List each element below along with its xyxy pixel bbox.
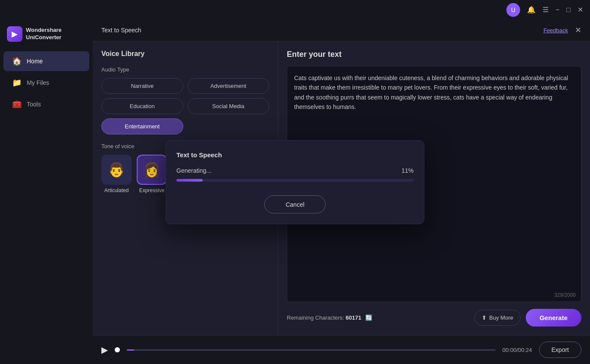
sidebar-item-home-label: Home — [27, 58, 43, 65]
progress-track[interactable] — [127, 349, 496, 351]
files-icon: 📁 — [12, 78, 22, 87]
buy-more-label: Buy More — [489, 314, 513, 321]
tone-expressive[interactable]: 👩 Expressive — [137, 155, 167, 193]
char-count: 329/2000 — [554, 292, 576, 298]
tone-expressive-avatar: 👩 — [137, 155, 167, 185]
articulated-avatar-face: 👨 — [102, 156, 131, 184]
progress-dot[interactable] — [115, 347, 120, 352]
home-icon: 🏠 — [12, 56, 22, 66]
sidebar-item-home[interactable]: 🏠 Home — [3, 51, 89, 71]
title-bar-controls: U 🔔 ☰ − □ ✕ — [506, 3, 583, 17]
notification-icon[interactable]: 🔔 — [527, 6, 536, 14]
player-bar: ▶ 00:00/00:24 Export — [93, 335, 590, 364]
feedback-link[interactable]: Feedback — [543, 27, 568, 34]
sidebar: ▶ Wondershare UniConverter 🏠 Home 📁 My F… — [0, 19, 93, 364]
sidebar-item-myfiles-label: My Files — [27, 79, 49, 86]
cancel-button[interactable]: Cancel — [264, 195, 326, 213]
generating-percentage: 11% — [402, 167, 414, 174]
tts-header-right: Feedback ✕ — [543, 25, 581, 35]
audio-type-education[interactable]: Education — [101, 98, 183, 114]
text-actions: Remaining Characters: 60171 🔄 ⬆ Buy More… — [287, 309, 581, 327]
tone-articulated-avatar: 👨 — [101, 155, 132, 185]
tone-articulated-label: Articulated — [104, 187, 129, 193]
close-window-button[interactable]: ✕ — [577, 6, 583, 14]
generating-text: Generating... — [176, 167, 211, 174]
generate-button[interactable]: Generate — [526, 309, 581, 327]
generating-popup: Text to Speech Generating... 11% Cancel — [166, 140, 424, 224]
tone-articulated[interactable]: 👨 Articulated — [101, 155, 132, 193]
maximize-button[interactable]: □ — [566, 6, 571, 14]
refresh-icon[interactable]: 🔄 — [365, 314, 372, 321]
progress-fill — [127, 349, 134, 351]
audio-type-label: Audio Type — [101, 66, 269, 73]
audio-type-entertainment[interactable]: Entertainment — [101, 118, 183, 134]
export-button[interactable]: Export — [539, 342, 581, 358]
voice-library-title: Voice Library — [101, 50, 269, 58]
app-logo: ▶ Wondershare UniConverter — [0, 26, 93, 50]
sidebar-item-tools-label: Tools — [27, 101, 41, 108]
generating-row: Generating... 11% — [176, 167, 414, 174]
popup-progress-track — [176, 179, 414, 181]
tts-close-button[interactable]: ✕ — [575, 25, 581, 35]
time-display: 00:00/00:24 — [502, 347, 532, 353]
popup-progress-fill — [176, 179, 203, 181]
buy-more-button[interactable]: ⬆ Buy More — [474, 310, 521, 326]
tts-dialog-header: Text to Speech Feedback ✕ — [93, 19, 590, 41]
audio-type-grid: Narrative Advertisement Education Social… — [101, 78, 269, 134]
tone-expressive-label: Expressive — [139, 187, 165, 193]
upload-icon: ⬆ — [482, 314, 486, 321]
logo-text: Wondershare UniConverter — [26, 27, 62, 41]
sidebar-item-myfiles[interactable]: 📁 My Files — [3, 73, 89, 93]
tts-dialog-title: Text to Speech — [101, 27, 141, 34]
popup-title: Text to Speech — [176, 151, 414, 158]
audio-type-social-media[interactable]: Social Media — [188, 98, 270, 114]
user-avatar-icon[interactable]: U — [506, 3, 520, 17]
audio-type-narrative[interactable]: Narrative — [101, 78, 183, 94]
minimize-button[interactable]: − — [555, 6, 559, 14]
remaining-chars-value: 60171 — [346, 314, 361, 321]
sidebar-item-tools[interactable]: 🧰 Tools — [3, 94, 89, 114]
enter-text-title: Enter your text — [287, 50, 581, 59]
logo-icon: ▶ — [7, 26, 22, 42]
expressive-avatar-face: 👩 — [138, 156, 166, 184]
remaining-chars-label: Remaining Characters: — [287, 314, 344, 321]
play-button[interactable]: ▶ — [101, 345, 108, 355]
tools-icon: 🧰 — [12, 100, 22, 109]
title-bar: U 🔔 ☰ − □ ✕ — [0, 0, 590, 19]
menu-icon[interactable]: ☰ — [543, 6, 549, 14]
action-buttons: ⬆ Buy More Generate — [474, 309, 581, 327]
text-content: Cats captivate us with their undeniable … — [294, 73, 574, 112]
audio-type-advertisement[interactable]: Advertisement — [188, 78, 270, 94]
remaining-chars: Remaining Characters: 60171 🔄 — [287, 314, 372, 321]
